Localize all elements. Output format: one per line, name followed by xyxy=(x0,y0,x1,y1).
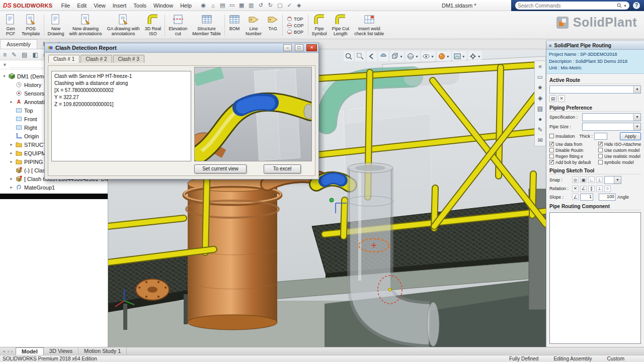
checkbox-icon[interactable] xyxy=(549,148,554,152)
ribbon-button-tag[interactable]: TAG xyxy=(264,12,281,39)
checkbox-icon[interactable] xyxy=(549,160,554,164)
help-icon[interactable]: ? xyxy=(633,2,640,9)
expand-arrow-icon[interactable]: ▸ xyxy=(9,176,14,181)
scroll-next-icon[interactable]: › xyxy=(11,349,13,354)
view-settings-icon[interactable]: ▼ xyxy=(468,51,482,61)
previous-view-icon[interactable] xyxy=(367,51,377,61)
ribbon-button-line-number[interactable]: LineNumber xyxy=(243,12,264,39)
tab-3d-views[interactable]: 3D Views xyxy=(44,347,78,355)
option-use-data-from[interactable]: Use data from xyxy=(549,142,597,147)
ribbon-button-insert-weld-table[interactable]: Insert weldcheck list table xyxy=(352,12,386,39)
menu-tools[interactable]: Tools xyxy=(130,0,150,11)
view-palette-icon[interactable]: ▤ xyxy=(537,105,543,112)
panel-header[interactable]: « SolidPlant Pipe Routing xyxy=(546,41,644,50)
options-icon[interactable]: ◈ xyxy=(295,1,303,10)
hide-show-items-icon[interactable]: ▼ xyxy=(421,51,435,61)
maximize-button[interactable]: ▢ xyxy=(295,44,303,51)
option-regen-fitting[interactable]: Regen fitting e xyxy=(549,154,597,159)
expand-arrow-icon[interactable]: ▸ xyxy=(9,142,14,147)
dialog-titlebar[interactable]: Clash Detection Report – ▢ ✕ xyxy=(45,43,318,53)
ribbon-button-new-drawing[interactable]: NewDrawing xyxy=(45,12,67,39)
tab-motion-study[interactable]: Motion Study 1 xyxy=(78,347,127,355)
slope-angle-icon[interactable]: ∠ xyxy=(572,194,579,200)
apply-scene-icon[interactable]: ▼ xyxy=(452,51,466,61)
pipe-flange[interactable] xyxy=(136,279,169,300)
relation-perpendicular-icon[interactable]: ⊥ xyxy=(596,186,603,192)
route-point-marker[interactable] xyxy=(330,198,334,202)
edit-appearance-icon[interactable]: ▼ xyxy=(437,51,451,61)
ribbon-button-structure-member-table[interactable]: StructureMember Table xyxy=(190,12,223,39)
scroll-prev-icon[interactable]: ‹ xyxy=(8,349,9,354)
forum-icon[interactable]: ✉ xyxy=(537,137,542,144)
undo-icon[interactable]: ↺ xyxy=(257,1,265,10)
rebuild-icon[interactable]: ✓ xyxy=(285,1,294,10)
tree-item-mategroup[interactable]: ▸ MateGroup1 xyxy=(0,183,108,192)
menu-view[interactable]: View xyxy=(90,0,109,11)
display-pane-divider[interactable] xyxy=(0,194,108,199)
zoom-area-icon[interactable] xyxy=(355,51,365,61)
option-symbolic-model[interactable]: symbolic model xyxy=(598,160,641,165)
option-use-custom-model[interactable]: Use custom model xyxy=(598,148,641,153)
ribbon-button-top[interactable]: TOP xyxy=(287,16,304,22)
print-icon[interactable]: ▥ xyxy=(247,1,256,10)
zoom-fit-icon[interactable] xyxy=(344,51,354,61)
pipe-routing-component-list[interactable] xyxy=(549,212,641,344)
section-view-icon[interactable] xyxy=(378,51,388,61)
option-disable-routing[interactable]: Disable Routin xyxy=(549,148,597,153)
to-excel-button[interactable]: To excel xyxy=(264,164,301,173)
expand-arrow-icon[interactable]: ▸ xyxy=(9,159,14,164)
ribbon-button-pos-template[interactable]: POSTemplate xyxy=(19,12,43,39)
search-caret-icon[interactable]: ▼ xyxy=(623,4,627,8)
tab-model[interactable]: Model xyxy=(16,347,44,355)
home-icon[interactable]: ⌂ xyxy=(209,1,217,10)
dropdown-caret-icon[interactable]: ▼ xyxy=(614,176,621,184)
relation-tangent-icon[interactable]: ○ xyxy=(604,186,611,192)
redo-icon[interactable]: ↻ xyxy=(266,1,275,10)
expand-arrow-icon[interactable]: ▸ xyxy=(9,100,14,104)
collapse-chevron-icon[interactable]: « xyxy=(549,43,552,48)
slope-input[interactable]: 1 xyxy=(580,194,593,201)
appearances-icon[interactable]: ● xyxy=(538,116,542,123)
angle-input[interactable]: 100 xyxy=(599,194,616,201)
scroll-left-icon[interactable]: « xyxy=(3,349,6,354)
ribbon-button-ga-drawing[interactable]: GA drawing withannotations xyxy=(105,12,142,39)
dropdown-caret-icon[interactable]: ▼ xyxy=(633,123,640,130)
ribbon-button-pipe-symbol[interactable]: PipeSymbol xyxy=(309,12,330,39)
expand-arrow-icon[interactable]: ▾ xyxy=(2,74,7,78)
view-orientation-icon[interactable]: ▼ xyxy=(390,51,404,61)
apply-button[interactable]: Apply xyxy=(620,132,641,140)
pipe-size-select[interactable]: ▼ xyxy=(582,123,641,131)
insulation-checkbox[interactable] xyxy=(549,134,554,138)
menu-file[interactable]: File xyxy=(57,0,73,11)
dropdown-caret-icon[interactable]: ▼ xyxy=(633,86,640,93)
search-input[interactable] xyxy=(518,3,615,9)
featuremanager-tab-icon[interactable]: ≡ xyxy=(3,51,7,58)
relation-parallel-icon[interactable]: ∥ xyxy=(588,186,595,192)
pushpin-icon[interactable]: ◉ xyxy=(199,1,208,10)
ribbon-button-bop[interactable]: BOP xyxy=(287,29,304,35)
ribbon-button-pipe-cut-length[interactable]: Pipe CutLength xyxy=(330,12,352,39)
menu-help[interactable]: Help xyxy=(177,0,195,11)
specification-select[interactable]: ▼ xyxy=(582,113,641,121)
relation-delete-icon[interactable]: ✕ xyxy=(572,186,579,192)
ribbon-button-bom[interactable]: BOM xyxy=(226,12,243,39)
custom-properties-icon[interactable]: ✎ xyxy=(537,126,542,133)
search-box[interactable]: ▼ xyxy=(515,2,629,10)
ribbon-button-gen-pcf[interactable]: GenPCF xyxy=(2,12,19,39)
snap-select[interactable]: ▼ xyxy=(604,176,621,184)
tab-clash-3[interactable]: Clash # 3 xyxy=(113,55,144,63)
tab-clash-2[interactable]: Clash # 2 xyxy=(80,55,112,63)
active-route-select[interactable]: ▼ xyxy=(549,85,641,94)
set-current-view-button[interactable]: Set current view xyxy=(194,164,247,173)
menu-window[interactable]: Window xyxy=(150,0,177,11)
checkbox-icon[interactable] xyxy=(598,148,603,152)
option-use-realistic-model[interactable]: Use realistic model xyxy=(598,154,641,159)
menu-edit[interactable]: Edit xyxy=(73,0,90,11)
ribbon-button-3d-real-iso[interactable]: 3D RealISO xyxy=(142,12,164,39)
tab-assembly[interactable]: Assembly xyxy=(0,39,37,49)
relation-angle-icon[interactable]: ∠ xyxy=(580,186,587,192)
clash-highlight[interactable] xyxy=(316,178,350,185)
dropdown-caret-icon[interactable]: ▼ xyxy=(633,114,640,121)
checkbox-icon[interactable] xyxy=(598,160,603,164)
close-button[interactable]: ✕ xyxy=(306,44,317,51)
